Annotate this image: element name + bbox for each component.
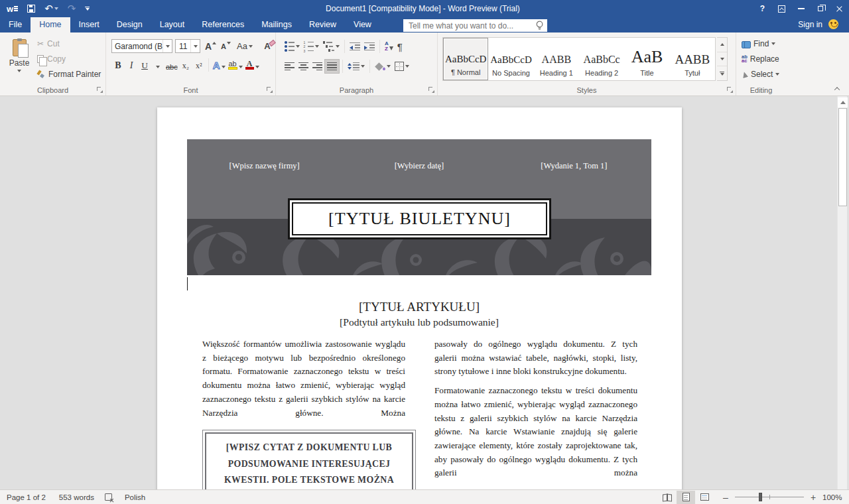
paste-dropdown-arrow[interactable] <box>17 70 21 72</box>
style-tytul[interactable]: AABB Tytuł <box>670 38 715 80</box>
style-title[interactable]: AaB Title <box>624 38 669 80</box>
line-spacing-button[interactable] <box>346 59 367 74</box>
qat-customize-button[interactable] <box>85 7 90 11</box>
change-case-button[interactable]: Aa <box>235 39 255 53</box>
tell-me-input[interactable] <box>403 21 535 31</box>
tab-references[interactable]: References <box>193 17 253 32</box>
cut-button[interactable]: ✂ Cut <box>37 39 60 48</box>
style-heading-2[interactable]: AaBbCc Heading 2 <box>579 38 624 80</box>
sign-in-link[interactable]: Sign in <box>798 20 822 29</box>
read-mode-button[interactable] <box>658 491 677 504</box>
find-button[interactable]: Find <box>742 39 775 48</box>
align-right-button[interactable] <box>310 59 324 74</box>
article-subtitle[interactable]: [Podtytuł artykułu lub podsumowanie] <box>187 316 651 328</box>
copy-button[interactable]: Copy <box>37 54 66 64</box>
proofing-errors-icon[interactable] <box>105 493 114 501</box>
clipboard-dialog-launcher-icon[interactable] <box>97 87 103 93</box>
show-hide-marks-button[interactable]: ¶ <box>395 39 405 54</box>
zoom-slider-handle[interactable] <box>759 493 762 501</box>
company-name-placeholder[interactable]: [Wpisz nazwę firmy] <box>187 161 342 171</box>
web-layout-button[interactable] <box>695 491 714 504</box>
tab-insert[interactable]: Insert <box>70 17 108 32</box>
font-size-combobox[interactable]: 11 <box>175 39 200 53</box>
right-text-column[interactable]: pasowały do ogólnego wyglądu dokumentu. … <box>434 338 637 480</box>
font-dialog-launcher-icon[interactable] <box>267 87 273 93</box>
zoom-percentage[interactable]: 100% <box>822 493 849 501</box>
edition-placeholder[interactable]: [Wydanie 1, Tom 1] <box>497 161 651 171</box>
tab-review[interactable]: Review <box>300 17 345 32</box>
feedback-smiley-icon[interactable] <box>828 19 838 29</box>
undo-dropdown-arrow[interactable] <box>54 7 58 10</box>
styles-scroll-up-button[interactable] <box>717 38 727 52</box>
article-title[interactable]: [TYTUŁ ARTYKUŁU] <box>187 300 651 314</box>
text-effects-button[interactable]: A <box>212 58 227 72</box>
styles-scroll-down-button[interactable] <box>717 52 727 67</box>
bullets-button[interactable] <box>283 39 302 54</box>
borders-button[interactable] <box>393 59 411 74</box>
format-painter-button[interactable]: Format Painter <box>37 70 101 79</box>
styles-more-button[interactable] <box>717 66 727 80</box>
close-button[interactable] <box>830 0 849 17</box>
tab-home[interactable]: Home <box>31 17 70 32</box>
left-text-column[interactable]: Większość formantów umożliwia zastosowan… <box>202 338 405 420</box>
help-button[interactable]: ? <box>753 0 772 17</box>
tab-file[interactable]: File <box>0 17 31 32</box>
language-indicator[interactable]: Polish <box>118 493 152 501</box>
bold-button[interactable]: B <box>111 58 125 72</box>
undo-button[interactable]: ↶ <box>44 4 58 13</box>
grow-font-button[interactable]: A <box>203 39 218 53</box>
font-size-dropdown-arrow[interactable] <box>190 40 200 52</box>
ribbon-display-options-button[interactable] <box>772 0 791 17</box>
tab-mailings[interactable]: Mailings <box>253 17 300 32</box>
tell-me-box[interactable] <box>403 19 547 32</box>
scrollbar-thumb[interactable] <box>838 108 847 206</box>
pull-quote-box[interactable]: [WPISZ CYTAT Z DOKUMENTU LUB PODSUMOWANI… <box>202 430 416 489</box>
shrink-font-button[interactable]: A <box>219 39 232 53</box>
select-button[interactable]: Select <box>742 70 779 79</box>
date-placeholder[interactable]: [Wybierz datę] <box>342 161 496 171</box>
redo-icon[interactable]: ↷ <box>68 4 76 13</box>
font-color-button[interactable]: A <box>244 58 261 72</box>
styles-dialog-launcher-icon[interactable] <box>727 87 733 93</box>
text-effects-dropdown-arrow[interactable] <box>222 66 226 68</box>
select-dropdown-arrow[interactable] <box>775 73 779 76</box>
style-heading-1[interactable]: AABB Heading 1 <box>534 38 579 80</box>
strikethrough-button[interactable]: abc <box>164 58 179 72</box>
vertical-scrollbar[interactable] <box>837 96 847 489</box>
print-layout-button[interactable] <box>677 491 695 504</box>
tab-design[interactable]: Design <box>108 17 151 32</box>
collapse-ribbon-button[interactable] <box>833 86 841 92</box>
numbering-button[interactable]: 1 2 3 <box>302 39 321 54</box>
clear-formatting-button[interactable]: A <box>260 39 275 53</box>
decrease-indent-button[interactable] <box>348 39 362 54</box>
zoom-out-button[interactable]: – <box>722 492 730 503</box>
multilevel-list-button[interactable] <box>321 39 342 54</box>
style-normal[interactable]: AaBbCcD ¶ Normal <box>443 38 488 80</box>
shading-button[interactable] <box>373 59 393 74</box>
tab-view[interactable]: View <box>345 17 380 32</box>
scroll-up-button[interactable] <box>838 97 848 107</box>
font-color-dropdown-arrow[interactable] <box>255 66 259 68</box>
style-no-spacing[interactable]: AaBbCcD No Spacing <box>488 38 533 80</box>
font-name-combobox[interactable]: Garamond (Bo <box>111 39 172 53</box>
italic-button[interactable]: I <box>125 58 138 72</box>
restore-button[interactable] <box>811 0 830 17</box>
page-indicator[interactable]: Page 1 of 2 <box>0 493 52 501</box>
minimize-button[interactable] <box>791 0 811 17</box>
paragraph-dialog-launcher-icon[interactable] <box>428 87 434 93</box>
paste-button[interactable]: Paste <box>5 36 33 84</box>
word-count[interactable]: 553 words <box>52 493 101 501</box>
sort-button[interactable]: AZ <box>383 39 395 54</box>
zoom-in-button[interactable]: + <box>809 492 817 503</box>
tab-layout[interactable]: Layout <box>151 17 194 32</box>
save-icon[interactable] <box>27 5 35 13</box>
zoom-slider[interactable] <box>735 497 804 497</box>
highlight-dropdown-arrow[interactable] <box>239 66 243 68</box>
superscript-button[interactable]: x² <box>192 58 206 72</box>
align-left-button[interactable] <box>283 59 296 74</box>
newsletter-title-box[interactable]: [TYTUŁ BIULETYNU] <box>288 198 551 239</box>
find-dropdown-arrow[interactable] <box>771 42 775 45</box>
underline-dropdown-arrow[interactable] <box>151 58 164 72</box>
underline-button[interactable]: U <box>138 58 151 72</box>
document-page[interactable]: [Wpisz nazwę firmy] [Wybierz datę] [Wyda… <box>157 107 682 489</box>
